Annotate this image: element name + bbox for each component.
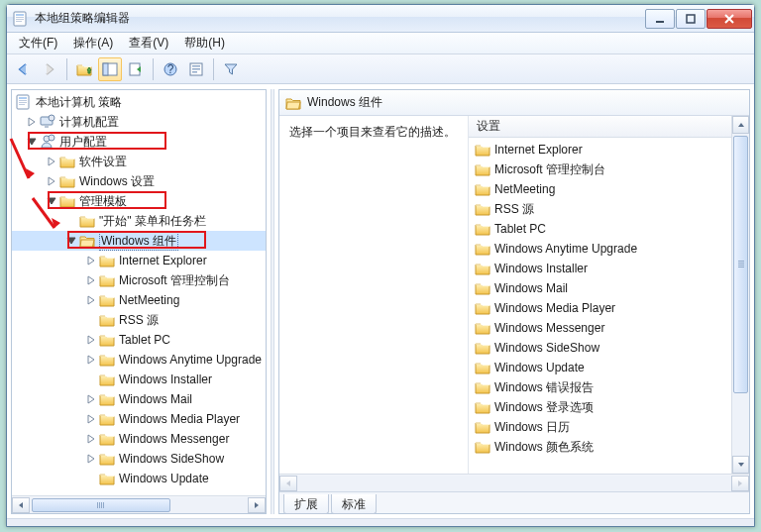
folder-open-icon	[285, 95, 301, 111]
expand-icon[interactable]	[85, 274, 97, 286]
list-item[interactable]: Windows Mail	[469, 278, 731, 298]
list-item[interactable]: Windows 颜色系统	[469, 437, 731, 457]
tree-hscrollbar[interactable]	[12, 495, 266, 513]
tree-start-taskbar[interactable]: "开始" 菜单和任务栏	[12, 211, 266, 231]
tree-windows-components[interactable]: Windows 组件	[12, 231, 266, 251]
tab-extended[interactable]: 扩展	[283, 494, 329, 514]
help-button[interactable]: ?	[159, 57, 182, 81]
list-item[interactable]: Microsoft 管理控制台	[469, 160, 731, 179]
tree-label: 计算机配置	[59, 114, 119, 131]
show-tree-button[interactable]	[98, 57, 122, 81]
collapse-icon[interactable]	[26, 136, 38, 148]
expand-icon[interactable]	[85, 255, 97, 266]
list-item-label: Windows Anytime Upgrade	[494, 242, 637, 256]
svg-rect-19	[192, 68, 200, 70]
tree-label: Internet Explorer	[119, 254, 207, 267]
list-item[interactable]: Windows 登录选项	[469, 397, 731, 417]
scroll-track[interactable]	[732, 134, 749, 456]
properties-button[interactable]	[184, 57, 208, 81]
tree-label: Windows Installer	[119, 372, 212, 386]
list-item[interactable]: Internet Explorer	[469, 140, 731, 160]
list-item[interactable]: Windows SideShow	[469, 338, 731, 358]
expand-icon[interactable]	[85, 393, 97, 405]
tree-pane: 本地计算机 策略 计算机配置	[11, 89, 267, 514]
folder-icon	[475, 300, 490, 316]
scroll-thumb[interactable]	[32, 498, 170, 512]
collapse-icon[interactable]	[65, 235, 77, 247]
list-item[interactable]: Windows Anytime Upgrade	[469, 239, 731, 259]
tree-item[interactable]: Windows Installer	[12, 370, 266, 389]
expand-icon[interactable]	[85, 433, 97, 445]
tree-item[interactable]: Tablet PC	[12, 330, 266, 350]
expand-icon[interactable]	[85, 453, 97, 465]
scroll-down-button[interactable]	[732, 456, 749, 474]
expand-icon[interactable]	[46, 175, 57, 187]
svg-rect-13	[103, 63, 108, 75]
menu-view[interactable]: 查看(V)	[121, 33, 176, 53]
list-item[interactable]: NetMeeting	[469, 179, 731, 199]
list-item[interactable]: Windows Update	[469, 358, 731, 377]
scroll-right-button[interactable]	[248, 497, 266, 513]
settings-list[interactable]: Internet ExplorerMicrosoft 管理控制台NetMeeti…	[469, 138, 731, 474]
tree-item[interactable]: Windows SideShow	[12, 449, 266, 469]
tree-item[interactable]: Windows Update	[12, 469, 266, 488]
tab-standard[interactable]: 标准	[331, 494, 377, 514]
column-header-settings[interactable]: 设置	[469, 116, 731, 138]
list-item[interactable]: Windows 错误报告	[469, 377, 731, 397]
scroll-track[interactable]	[297, 476, 731, 491]
expand-icon[interactable]	[85, 413, 97, 425]
scroll-up-button[interactable]	[732, 116, 749, 134]
menu-file[interactable]: 文件(F)	[11, 33, 65, 53]
tree[interactable]: 本地计算机 策略 计算机配置	[12, 90, 266, 495]
tree-root[interactable]: 本地计算机 策略	[12, 92, 266, 112]
collapse-icon[interactable]	[46, 195, 57, 207]
list-vscrollbar[interactable]	[731, 116, 749, 474]
folder-icon	[99, 253, 115, 268]
list-item[interactable]: Windows Messenger	[469, 318, 731, 338]
menu-action[interactable]: 操作(A)	[65, 33, 121, 53]
maximize-button[interactable]	[676, 9, 706, 29]
expand-icon[interactable]	[46, 156, 57, 167]
list-item[interactable]: Tablet PC	[469, 219, 731, 239]
tree-computer-config[interactable]: 计算机配置	[12, 112, 266, 132]
tree-label: NetMeeting	[119, 293, 179, 307]
menu-help[interactable]: 帮助(H)	[176, 33, 233, 53]
tree-user-config[interactable]: 用户配置	[12, 132, 266, 152]
splitter[interactable]	[271, 89, 274, 514]
expand-icon[interactable]	[85, 294, 97, 306]
scroll-track[interactable]	[30, 497, 248, 513]
tree-item[interactable]: Windows Media Player	[12, 409, 266, 429]
close-button[interactable]	[707, 9, 752, 29]
folder-icon	[475, 261, 490, 276]
tree-software-settings[interactable]: 软件设置	[12, 152, 266, 171]
tree-item[interactable]: NetMeeting	[12, 290, 266, 310]
tree-item[interactable]: RSS 源	[12, 310, 266, 330]
list-item[interactable]: Windows Installer	[469, 259, 731, 278]
nav-forward-button[interactable]	[38, 57, 61, 81]
tree-item[interactable]: Windows Anytime Upgrade	[12, 350, 266, 370]
menubar: 文件(F) 操作(A) 查看(V) 帮助(H)	[7, 33, 754, 54]
tree-item[interactable]: Internet Explorer	[12, 251, 266, 270]
up-one-level-button[interactable]	[72, 57, 96, 81]
scroll-right-button[interactable]	[731, 476, 749, 491]
folder-icon	[475, 161, 490, 177]
scroll-left-button[interactable]	[12, 497, 30, 513]
scroll-left-button[interactable]	[279, 476, 297, 491]
list-item[interactable]: Windows 日历	[469, 417, 731, 437]
tree-item[interactable]: Windows Mail	[12, 389, 266, 409]
export-list-button[interactable]	[124, 57, 148, 81]
tree-windows-settings[interactable]: Windows 设置	[12, 171, 266, 191]
list-item[interactable]: Windows Media Player	[469, 298, 731, 318]
nav-back-button[interactable]	[12, 57, 36, 81]
filter-button[interactable]	[219, 57, 243, 81]
expand-icon[interactable]	[26, 116, 38, 128]
scroll-thumb[interactable]	[733, 136, 748, 393]
tree-item[interactable]: Microsoft 管理控制台	[12, 270, 266, 290]
details-hscrollbar[interactable]	[279, 474, 749, 491]
list-item[interactable]: RSS 源	[469, 199, 731, 219]
expand-icon[interactable]	[85, 354, 97, 366]
tree-item[interactable]: Windows Messenger	[12, 429, 266, 449]
minimize-button[interactable]	[645, 9, 675, 29]
expand-icon[interactable]	[85, 334, 97, 346]
tree-admin-templates[interactable]: 管理模板	[12, 191, 266, 211]
